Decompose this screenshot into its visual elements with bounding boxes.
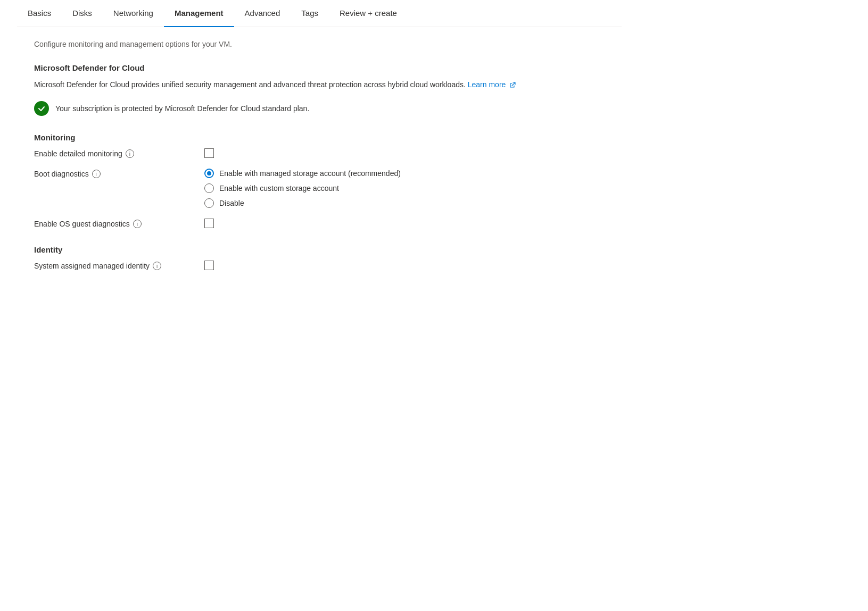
boot-diagnostics-disable-radio[interactable]: [204, 198, 214, 208]
tab-basics[interactable]: Basics: [17, 0, 62, 27]
external-link-icon: [509, 82, 516, 88]
tab-tags[interactable]: Tags: [291, 0, 329, 27]
system-identity-control: [204, 261, 214, 270]
os-guest-diagnostics-info-icon[interactable]: i: [133, 220, 142, 228]
detailed-monitoring-control: [204, 148, 214, 158]
detailed-monitoring-row: Enable detailed monitoring i: [34, 148, 605, 158]
boot-diagnostics-control: Enable with managed storage account (rec…: [204, 169, 401, 208]
tab-nav: Basics Disks Networking Management Advan…: [17, 0, 622, 27]
identity-section: Identity System assigned managed identit…: [34, 245, 605, 270]
detailed-monitoring-info-icon[interactable]: i: [126, 149, 134, 158]
system-identity-info-icon[interactable]: i: [153, 262, 161, 270]
boot-diagnostics-managed-radio[interactable]: [204, 169, 214, 178]
learn-more-link[interactable]: Learn more: [468, 80, 516, 89]
boot-diagnostics-managed-option[interactable]: Enable with managed storage account (rec…: [204, 169, 401, 178]
monitoring-title: Monitoring: [34, 133, 605, 142]
boot-diagnostics-label: Boot diagnostics i: [34, 169, 183, 178]
boot-diagnostics-info-icon[interactable]: i: [92, 170, 101, 178]
defender-title: Microsoft Defender for Cloud: [34, 63, 605, 72]
boot-diagnostics-row: Boot diagnostics i Enable with managed s…: [34, 169, 605, 208]
boot-diagnostics-custom-radio[interactable]: [204, 183, 214, 193]
os-guest-diagnostics-row: Enable OS guest diagnostics i: [34, 219, 605, 228]
os-guest-diagnostics-label: Enable OS guest diagnostics i: [34, 219, 183, 228]
protected-row: Your subscription is protected by Micros…: [34, 101, 605, 116]
detailed-monitoring-checkbox[interactable]: [204, 148, 214, 158]
defender-section: Microsoft Defender for Cloud Microsoft D…: [34, 63, 605, 116]
page-subtitle: Configure monitoring and management opti…: [34, 40, 605, 48]
check-icon: [34, 101, 49, 116]
detailed-monitoring-label: Enable detailed monitoring i: [34, 148, 183, 158]
system-identity-checkbox[interactable]: [204, 261, 214, 270]
boot-diagnostics-radio-group: Enable with managed storage account (rec…: [204, 169, 401, 208]
system-identity-row: System assigned managed identity i: [34, 261, 605, 270]
os-guest-diagnostics-control: [204, 219, 214, 228]
protected-text: Your subscription is protected by Micros…: [55, 104, 309, 113]
os-guest-diagnostics-checkbox[interactable]: [204, 219, 214, 228]
monitoring-section: Monitoring Enable detailed monitoring i: [34, 133, 605, 228]
boot-diagnostics-disable-option[interactable]: Disable: [204, 198, 401, 208]
tab-advanced[interactable]: Advanced: [234, 0, 291, 27]
tab-review-create[interactable]: Review + create: [329, 0, 408, 27]
tab-disks[interactable]: Disks: [62, 0, 103, 27]
identity-title: Identity: [34, 245, 605, 254]
boot-diagnostics-custom-option[interactable]: Enable with custom storage account: [204, 183, 401, 193]
tab-networking[interactable]: Networking: [103, 0, 164, 27]
defender-description: Microsoft Defender for Cloud provides un…: [34, 79, 605, 90]
tab-management[interactable]: Management: [164, 0, 234, 27]
main-content: Configure monitoring and management opti…: [17, 27, 622, 300]
system-identity-label: System assigned managed identity i: [34, 261, 183, 270]
